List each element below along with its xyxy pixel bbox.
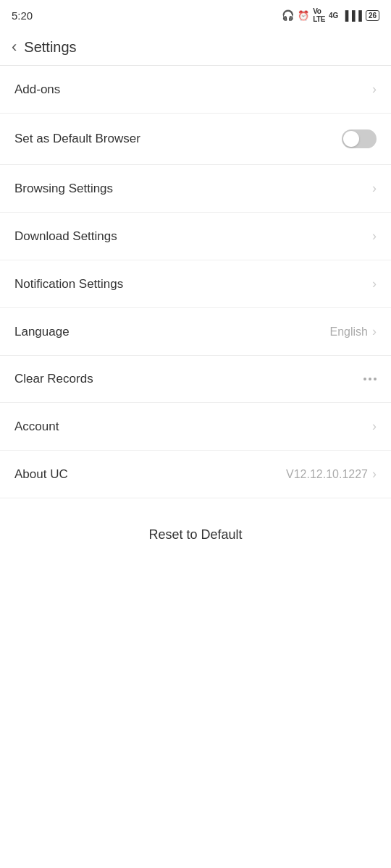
chevron-icon-download-settings: ›	[372, 229, 377, 244]
header: ‹ Settings	[0, 29, 391, 66]
headphones-icon: 🎧	[282, 9, 294, 21]
settings-item-download-settings[interactable]: Download Settings›	[0, 213, 391, 260]
settings-item-account[interactable]: Account›	[0, 403, 391, 451]
item-value-language: English	[330, 326, 368, 339]
item-value-about-uc: V12.12.10.1227	[286, 468, 368, 481]
chevron-icon-browsing-settings: ›	[372, 181, 377, 196]
page-title: Settings	[24, 39, 76, 56]
signal-icon: ▐▐▐	[342, 10, 362, 21]
alarm-icon: ⏰	[298, 10, 309, 21]
status-bar: 5:20 🎧 ⏰ VoLTE 4G ▐▐▐ 26	[0, 0, 391, 29]
settings-label-default-browser: Set as Default Browser	[14, 132, 140, 146]
settings-item-language[interactable]: LanguageEnglish›	[0, 308, 391, 356]
chevron-icon-language: ›	[372, 324, 377, 339]
battery-icon: 26	[366, 10, 379, 21]
settings-label-account: Account	[14, 420, 59, 434]
settings-label-clear-records: Clear Records	[14, 372, 93, 386]
settings-item-about-uc[interactable]: About UCV12.12.10.1227›	[0, 451, 391, 498]
chevron-icon-about-uc: ›	[372, 467, 377, 482]
chevron-icon-account: ›	[372, 419, 377, 434]
dots-icon-clear-records[interactable]	[363, 378, 377, 380]
settings-item-add-ons[interactable]: Add-ons›	[0, 66, 391, 114]
settings-label-about-uc: About UC	[14, 467, 68, 482]
4g-icon: 4G	[329, 12, 338, 20]
dot-2	[374, 378, 377, 380]
settings-item-browsing-settings[interactable]: Browsing Settings›	[0, 165, 391, 213]
status-time: 5:20	[12, 9, 33, 22]
network-type-icon: VoLTE	[313, 7, 325, 23]
settings-item-clear-records[interactable]: Clear Records	[0, 356, 391, 403]
settings-label-notification-settings: Notification Settings	[14, 277, 123, 292]
toggle-default-browser[interactable]	[342, 129, 377, 148]
reset-to-default-button[interactable]: Reset to Default	[148, 527, 242, 542]
toggle-knob-default-browser	[343, 131, 359, 147]
settings-label-add-ons: Add-ons	[14, 82, 60, 97]
settings-label-browsing-settings: Browsing Settings	[14, 182, 113, 196]
dot-1	[369, 378, 371, 380]
reset-section: Reset to Default	[0, 498, 391, 571]
settings-item-notification-settings[interactable]: Notification Settings›	[0, 260, 391, 308]
chevron-icon-notification-settings: ›	[372, 276, 377, 292]
settings-list: Add-ons›Set as Default BrowserBrowsing S…	[0, 66, 391, 498]
back-button[interactable]: ‹	[12, 38, 17, 56]
settings-label-language: Language	[14, 325, 70, 339]
dot-0	[363, 378, 366, 380]
settings-label-download-settings: Download Settings	[14, 229, 117, 244]
status-icons: 🎧 ⏰ VoLTE 4G ▐▐▐ 26	[282, 7, 379, 23]
settings-item-default-browser[interactable]: Set as Default Browser	[0, 114, 391, 165]
chevron-icon-add-ons: ›	[372, 82, 377, 97]
